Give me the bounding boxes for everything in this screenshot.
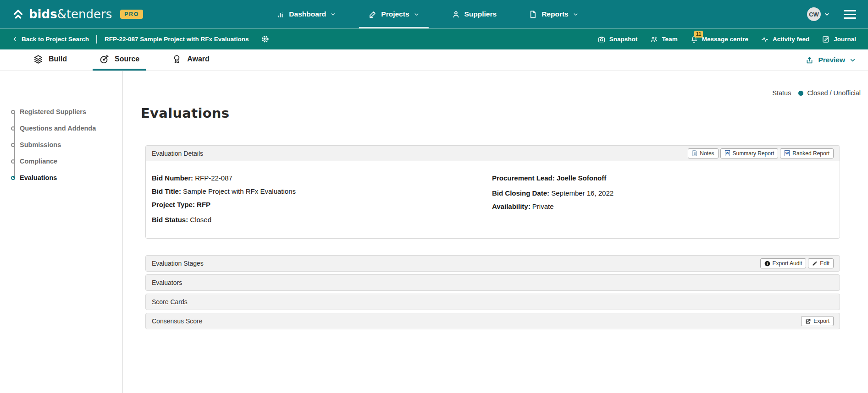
section-title: Consensus Score — [152, 317, 203, 325]
step-label: Registered Suppliers — [20, 108, 86, 115]
page-title: Evaluations — [141, 105, 840, 121]
section-title: Evaluation Stages — [152, 260, 204, 267]
step-radio-active-icon — [11, 176, 15, 180]
avatar[interactable]: CW — [807, 7, 821, 21]
field-value: Private — [532, 202, 554, 210]
preview-label: Preview — [818, 56, 845, 64]
project-bar: Back to Project Search RFP-22-087 Sample… — [0, 28, 868, 49]
message-centre-button[interactable]: 11 Message centre — [690, 35, 748, 44]
step-circle-icon — [11, 159, 15, 164]
evaluators-section[interactable]: Evaluators — [145, 274, 840, 291]
evaluation-details-header: Evaluation Details Notes W Summary Rep — [146, 146, 840, 161]
team-icon — [650, 35, 658, 44]
back-to-project-search-link[interactable]: Back to Project Search — [12, 36, 89, 43]
top-navbar: bids&tenders PRO Dashboard Projects Supp… — [0, 0, 868, 28]
evaluation-details-panel: Evaluation Details Notes W Summary Rep — [145, 145, 840, 239]
step-circle-icon — [11, 126, 15, 131]
sidebar-item-submissions[interactable]: Submissions — [11, 136, 122, 153]
export-icon — [805, 318, 811, 324]
field-value: Sample Project with RFx Evaluations — [183, 187, 296, 195]
ranked-report-button[interactable]: W Ranked Report — [780, 148, 834, 158]
export-audit-button[interactable]: i Export Audit — [760, 258, 807, 268]
step-circle-icon — [11, 143, 15, 147]
details-left-column: Bid Number: RFP-22-087 Bid Title: Sample… — [152, 173, 490, 228]
sidebar-item-questions-and-addenda[interactable]: Questions and Addenda — [11, 120, 122, 136]
action-label: Snapshot — [609, 36, 638, 43]
action-label: Activity feed — [773, 36, 809, 43]
share-export-icon — [805, 56, 814, 65]
sidebar-item-evaluations[interactable]: Evaluations — [11, 169, 122, 186]
tab-source[interactable]: Source — [93, 49, 146, 71]
field-label: Bid Number: — [152, 174, 193, 182]
tab-label: Build — [49, 55, 67, 63]
export-button[interactable]: Export — [801, 316, 834, 326]
bid-number-field: Bid Number: RFP-22-087 — [152, 173, 490, 183]
sidebar: Registered Suppliers Questions and Adden… — [0, 71, 123, 393]
action-label: Message centre — [702, 36, 748, 43]
main-area: Status Closed / Unofficial Evaluations E… — [123, 71, 868, 393]
edit-button[interactable]: Edit — [808, 258, 834, 268]
section-buttons: i Export Audit Edit — [760, 258, 834, 268]
field-value: Joelle Sofonoff — [557, 174, 606, 182]
preview-button[interactable]: Preview — [805, 49, 856, 71]
chevron-left-icon — [12, 36, 18, 42]
section-buttons: Export — [801, 316, 834, 326]
step-label: Questions and Addenda — [20, 125, 96, 132]
bid-closing-date-field: Bid Closing Date: September 16, 2022 — [492, 188, 829, 198]
bar-chart-icon — [276, 10, 285, 19]
hamburger-menu-icon[interactable] — [844, 10, 856, 19]
bid-status-field: Bid Status: Closed — [152, 215, 490, 225]
field-value: RFP — [197, 201, 210, 208]
action-label: Team — [662, 36, 677, 43]
edit-pencil-icon — [812, 261, 818, 266]
gear-icon[interactable] — [261, 35, 269, 43]
camera-icon — [597, 35, 606, 44]
nav-item-projects[interactable]: Projects — [365, 0, 422, 28]
field-value: RFP-22-087 — [195, 174, 232, 182]
details-right-column: Procurement Lead: Joelle Sofonoff Bid Cl… — [490, 173, 829, 228]
nav-item-suppliers[interactable]: Suppliers — [448, 0, 499, 28]
project-type-field: Project Type: RFP — [152, 200, 490, 210]
action-label: Journal — [834, 36, 856, 43]
section-title: Score Cards — [152, 298, 188, 306]
activity-feed-button[interactable]: Activity feed — [761, 35, 809, 44]
nav-label: Reports — [542, 10, 569, 18]
brand-logo[interactable]: bids&tenders PRO — [12, 8, 143, 21]
panel-title: Evaluation Details — [152, 150, 203, 157]
nav-label: Projects — [381, 10, 409, 18]
evaluation-stages-section[interactable]: Evaluation Stages i Export Audit Edit — [145, 255, 840, 272]
journal-icon — [822, 35, 830, 44]
svg-text:W: W — [785, 151, 789, 155]
sidebar-item-registered-suppliers[interactable]: Registered Suppliers — [11, 104, 122, 120]
file-icon — [529, 10, 537, 19]
tab-build[interactable]: Build — [27, 49, 73, 71]
nav-item-reports[interactable]: Reports — [526, 0, 581, 28]
info-circle-icon: i — [764, 261, 770, 267]
word-doc-icon: W — [784, 150, 790, 156]
journal-button[interactable]: Journal — [822, 35, 856, 44]
field-label: Bid Title: — [152, 187, 181, 195]
snapshot-button[interactable]: Snapshot — [597, 35, 638, 44]
nav-item-dashboard[interactable]: Dashboard — [273, 0, 339, 28]
divider — [96, 35, 97, 44]
summary-report-button[interactable]: W Summary Report — [720, 148, 779, 158]
notes-button[interactable]: Notes — [688, 148, 718, 158]
target-pencil-icon — [99, 54, 110, 65]
evaluation-details-body: Bid Number: RFP-22-087 Bid Title: Sample… — [146, 161, 840, 238]
content: Registered Suppliers Questions and Adden… — [0, 71, 868, 393]
sidebar-item-compliance[interactable]: Compliance — [11, 153, 122, 169]
bell-wrap: 11 — [690, 35, 698, 44]
button-label: Export Audit — [773, 260, 802, 267]
nav-right: CW — [807, 7, 856, 21]
team-button[interactable]: Team — [650, 35, 677, 44]
user-menu[interactable]: CW — [807, 7, 830, 21]
button-label: Ranked Report — [792, 150, 829, 157]
back-label: Back to Project Search — [22, 36, 89, 43]
pro-badge: PRO — [120, 10, 143, 19]
consensus-score-section[interactable]: Consensus Score Export — [145, 313, 840, 329]
project-bar-actions: Snapshot Team 11 Message centre Activity… — [597, 35, 856, 44]
button-label: Edit — [820, 260, 829, 267]
tab-award[interactable]: Award — [165, 49, 216, 71]
score-cards-section[interactable]: Score Cards — [145, 294, 840, 310]
bid-title-field: Bid Title: Sample Project with RFx Evalu… — [152, 186, 490, 196]
